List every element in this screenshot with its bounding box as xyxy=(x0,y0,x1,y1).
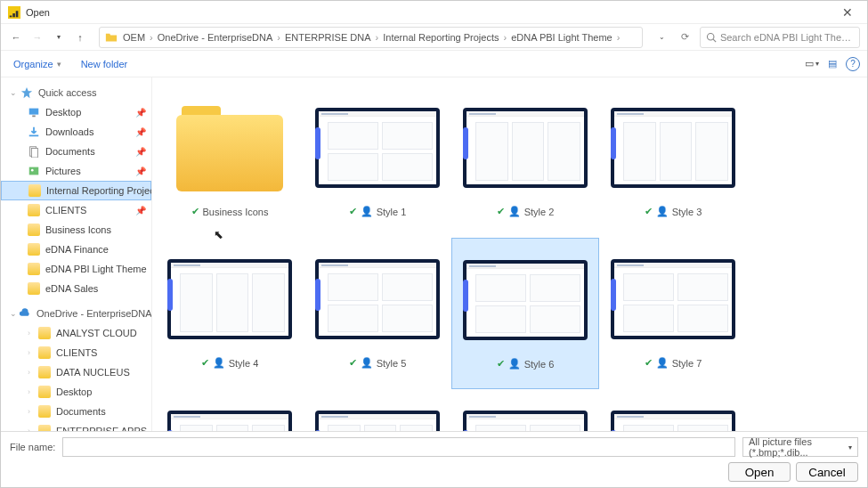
file-tile[interactable]: ✔👤Style 9 xyxy=(304,389,451,431)
crumb[interactable]: OEM xyxy=(123,32,145,43)
image-thumbnail xyxy=(611,411,735,431)
folder-icon xyxy=(38,425,51,431)
file-name-input[interactable] xyxy=(62,437,735,457)
image-thumbnail xyxy=(463,411,588,431)
pictures-icon xyxy=(28,165,40,177)
up-button[interactable]: ↑ xyxy=(72,29,88,45)
image-thumbnail xyxy=(167,411,292,431)
file-tile[interactable]: ✔👤Style 7 xyxy=(599,238,747,389)
image-thumbnail xyxy=(463,260,588,340)
refresh-button[interactable]: ⟳ xyxy=(675,28,694,47)
svg-rect-8 xyxy=(31,149,37,159)
file-name: Style 1 xyxy=(377,207,407,217)
shared-icon: 👤 xyxy=(508,358,521,370)
file-name: Style 2 xyxy=(524,207,555,217)
pin-icon: 📌 xyxy=(135,167,146,176)
svg-rect-6 xyxy=(29,135,39,137)
crumb[interactable]: Internal Reporting Projects xyxy=(383,32,499,43)
sidebar-quick-access[interactable]: ⌄Quick access xyxy=(1,83,151,102)
file-grid: ✔Business Icons✔👤Style 1✔👤Style 2✔👤Style… xyxy=(156,86,864,431)
sidebar-item[interactable]: Downloads📌 xyxy=(1,122,151,142)
file-tile[interactable]: ✔👤Style 11 xyxy=(599,389,747,431)
file-tile[interactable]: ✔👤Style 10 xyxy=(451,389,599,431)
nav-sidebar: ⌄Quick accessDesktop📌Downloads📌Documents… xyxy=(1,77,152,431)
pin-icon: 📌 xyxy=(135,206,146,216)
shared-icon: 👤 xyxy=(656,206,669,217)
file-tile[interactable]: ✔👤Style 6 xyxy=(451,238,599,389)
sidebar-item[interactable]: Business Icons xyxy=(1,220,151,240)
file-tile[interactable]: ✔👤Style 8 xyxy=(156,389,304,431)
file-name: Style 4 xyxy=(229,358,259,369)
folder-icon xyxy=(38,327,51,339)
crumb[interactable]: ENTERPRISE DNA xyxy=(285,32,371,43)
organize-button[interactable]: Organize xyxy=(8,57,67,71)
crumb[interactable]: OneDrive - EnterpriseDNA xyxy=(158,32,273,43)
folder-icon xyxy=(28,282,40,295)
sidebar-item[interactable]: ›DATA NUCLEUS xyxy=(1,362,151,382)
title-bar: Open ✕ xyxy=(1,1,867,24)
file-tile[interactable]: ✔👤Style 5 xyxy=(304,238,451,389)
help-button[interactable]: ? xyxy=(846,57,860,71)
sidebar-item[interactable]: ›ANALYST CLOUD xyxy=(1,323,151,343)
close-button[interactable]: ✕ xyxy=(835,4,860,21)
sidebar-item[interactable]: Documents📌 xyxy=(1,142,151,161)
sidebar-item[interactable]: ›Documents xyxy=(1,402,151,421)
content-area: ⌄Quick accessDesktop📌Downloads📌Documents… xyxy=(1,77,867,431)
file-tile[interactable]: ✔👤Style 1 xyxy=(304,86,451,238)
image-thumbnail xyxy=(167,259,292,339)
view-mode-button[interactable]: ▭ ▾ xyxy=(805,58,819,69)
image-thumbnail xyxy=(463,108,588,188)
preview-pane-button[interactable]: ▤ xyxy=(828,58,837,69)
nav-band: ← → ▾ ↑ OEM› OneDrive - EnterpriseDNA› E… xyxy=(1,24,867,51)
image-thumbnail xyxy=(315,259,440,339)
file-tile[interactable]: ✔👤Style 4 xyxy=(156,238,304,389)
folder-icon xyxy=(28,204,40,216)
file-grid-pane[interactable]: ✔Business Icons✔👤Style 1✔👤Style 2✔👤Style… xyxy=(152,77,867,431)
sidebar-onedrive[interactable]: ⌄OneDrive - EnterpriseDNA xyxy=(1,304,151,323)
folder-thumbnail xyxy=(176,104,283,191)
folder-icon xyxy=(28,224,40,236)
sync-status-icon: ✔ xyxy=(645,206,653,217)
recent-dropdown[interactable]: ▾ xyxy=(51,29,67,45)
sidebar-item[interactable]: ›ENTERPRISE APPS xyxy=(1,421,151,431)
file-type-filter[interactable]: All picture files (*.bmp;*.dib...▾ xyxy=(742,437,858,457)
sidebar-item[interactable]: Pictures📌 xyxy=(1,161,151,181)
breadcrumb-dropdown[interactable]: ⌄ xyxy=(653,29,669,45)
shared-icon: 👤 xyxy=(508,206,521,217)
pin-icon: 📌 xyxy=(135,108,146,118)
cloud-icon xyxy=(19,307,31,320)
download-icon xyxy=(28,126,40,138)
file-name: Style 7 xyxy=(672,358,702,369)
cancel-button[interactable]: Cancel xyxy=(796,462,858,482)
sidebar-item[interactable]: Desktop📌 xyxy=(1,102,151,122)
folder-icon xyxy=(38,405,51,418)
star-icon xyxy=(20,86,33,99)
documents-icon xyxy=(28,145,40,158)
sidebar-item[interactable]: eDNA Finance xyxy=(1,240,151,259)
file-name: Style 3 xyxy=(672,207,702,217)
forward-button[interactable]: → xyxy=(29,29,45,45)
sidebar-item[interactable]: CLIENTS📌 xyxy=(1,200,151,220)
file-tile[interactable]: ✔👤Style 2 xyxy=(451,86,599,238)
file-tile[interactable]: ✔Business Icons xyxy=(156,86,304,238)
sidebar-item[interactable]: ›Desktop xyxy=(1,382,151,402)
search-input[interactable]: Search eDNA PBI Light Theme xyxy=(700,27,860,48)
sidebar-item[interactable]: ›CLIENTS xyxy=(1,343,151,362)
sidebar-item[interactable]: eDNA PBI Light Theme xyxy=(1,259,151,279)
sidebar-item[interactable]: eDNA Sales xyxy=(1,279,151,298)
sidebar-item[interactable]: Internal Reporting Projects📌 xyxy=(1,181,151,200)
pin-icon: 📌 xyxy=(135,147,146,157)
breadcrumb-bar[interactable]: OEM› OneDrive - EnterpriseDNA› ENTERPRIS… xyxy=(99,27,643,48)
svg-rect-5 xyxy=(32,116,36,118)
back-button[interactable]: ← xyxy=(8,29,24,45)
folder-icon xyxy=(28,263,40,275)
shared-icon: 👤 xyxy=(656,357,669,369)
new-folder-button[interactable]: New folder xyxy=(76,57,134,71)
pin-icon: 📌 xyxy=(135,127,146,137)
open-button[interactable]: Open xyxy=(728,462,791,482)
sync-status-icon: ✔ xyxy=(201,357,209,369)
crumb[interactable]: eDNA PBI Light Theme xyxy=(511,32,612,43)
image-thumbnail xyxy=(611,108,735,188)
dialog-title: Open xyxy=(26,7,50,18)
file-tile[interactable]: ✔👤Style 3 xyxy=(599,86,747,238)
